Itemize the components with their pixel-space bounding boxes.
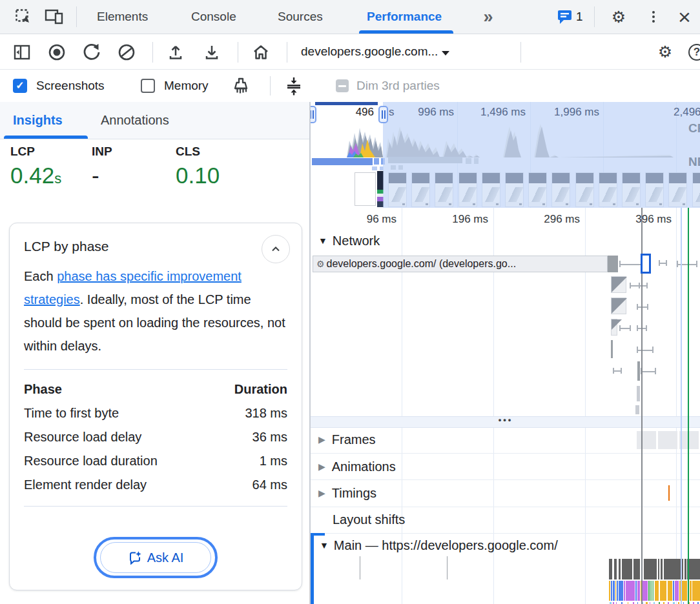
collapse-tracks-icon[interactable]: [283, 76, 305, 96]
flame-bar[interactable]: [619, 581, 623, 601]
dim-third-parties-checkbox[interactable]: [336, 79, 349, 92]
network-request-whisker[interactable]: [637, 347, 654, 353]
network-request-whisker[interactable]: [677, 261, 697, 267]
record-and-reload-icon[interactable]: [81, 43, 102, 62]
frame-thumbnail[interactable]: [637, 431, 656, 449]
network-section-header[interactable]: ▼Network: [318, 234, 380, 248]
main-section-header[interactable]: ▼Main — https://developers.google.com/: [320, 538, 558, 553]
network-request-whisker[interactable]: [619, 325, 631, 331]
home-icon[interactable]: [251, 43, 271, 62]
network-request-bar[interactable]: [635, 405, 639, 414]
flame-bar[interactable]: [619, 559, 621, 579]
inspect-element-icon[interactable]: [13, 8, 34, 26]
flame-bar[interactable]: [635, 581, 637, 601]
flame-bar[interactable]: [661, 559, 663, 579]
network-request-whisker[interactable]: [619, 261, 643, 267]
timings-section-header[interactable]: ▶Timings: [318, 486, 376, 501]
toggle-sidebar-icon[interactable]: [12, 43, 32, 62]
flame-bar[interactable]: [690, 581, 692, 601]
flame-bar[interactable]: [615, 581, 616, 601]
filmstrip-screenshot-blank[interactable]: [355, 172, 376, 206]
layout-shifts-section-header[interactable]: Layout shifts: [333, 512, 405, 527]
flame-bar[interactable]: [655, 581, 659, 601]
flame-bar[interactable]: [611, 581, 612, 601]
flame-bar[interactable]: [692, 581, 700, 601]
timeline-detail[interactable]: 96 ms196 ms296 ms396 ms ▼Network ⚙develo…: [311, 208, 700, 604]
device-toolbar-icon[interactable]: [43, 8, 66, 26]
selected-network-request[interactable]: [641, 254, 651, 274]
close-icon[interactable]: ×: [672, 4, 697, 30]
flame-bar[interactable]: [681, 581, 687, 601]
tab-annotations[interactable]: Annotations: [101, 102, 169, 139]
tab-console[interactable]: Console: [185, 0, 243, 34]
flame-bar[interactable]: [675, 581, 679, 601]
history-dropdown[interactable]: developers.google.com...: [301, 34, 449, 69]
clear-icon[interactable]: [116, 43, 137, 62]
timeline-overview[interactable]: 496s996 ms1,496 ms1,996 ms2,496 ms CPU N…: [311, 102, 700, 208]
memory-checkbox[interactable]: [141, 79, 155, 93]
network-request-whisker[interactable]: [659, 260, 667, 266]
network-request-whisker[interactable]: [637, 304, 648, 310]
flame-bar[interactable]: [682, 559, 683, 579]
collapse-card-button[interactable]: [262, 235, 290, 263]
network-request-bar[interactable]: [637, 361, 640, 381]
issues-icon[interactable]: [557, 9, 573, 25]
network-request-whisker[interactable]: [641, 368, 656, 374]
flame-bar[interactable]: [648, 581, 650, 601]
flame-bar[interactable]: [650, 581, 651, 601]
upload-profile-icon[interactable]: [165, 43, 186, 62]
frames-section-header[interactable]: ▶Frames: [318, 432, 376, 447]
issues-count[interactable]: 1: [576, 0, 583, 34]
flame-bar[interactable]: [673, 581, 674, 601]
ask-ai-button[interactable]: Ask AI: [100, 542, 211, 573]
tab-elements[interactable]: Elements: [90, 0, 154, 34]
window-right-handle[interactable]: [378, 106, 388, 123]
record-icon[interactable]: [46, 43, 67, 62]
flame-bar[interactable]: [660, 581, 666, 601]
animations-section-header[interactable]: ▶Animations: [318, 459, 396, 474]
flame-bar[interactable]: [617, 581, 618, 601]
frame-thumbnail[interactable]: [679, 431, 699, 449]
flame-bar[interactable]: [643, 581, 648, 601]
flame-bar[interactable]: [637, 581, 640, 601]
network-request-bar[interactable]: ⚙developers.google.com/ (developers.go..…: [313, 256, 608, 272]
capture-settings-gear-icon[interactable]: ⚙: [654, 41, 677, 62]
flame-bar[interactable]: [624, 581, 625, 601]
flame-bar[interactable]: [613, 581, 615, 601]
tab-sources[interactable]: Sources: [271, 0, 329, 34]
flame-bar[interactable]: [609, 581, 610, 601]
download-profile-icon[interactable]: [201, 43, 222, 62]
flame-bar[interactable]: [622, 559, 632, 579]
flame-bar[interactable]: [614, 559, 617, 579]
frame-thumbnail[interactable]: [658, 431, 677, 449]
flame-bar[interactable]: [668, 581, 672, 601]
flame-bar[interactable]: [652, 581, 652, 601]
help-icon[interactable]: ?: [687, 43, 700, 62]
flame-bar[interactable]: [609, 559, 612, 579]
flame-bar[interactable]: [633, 559, 640, 579]
network-request-tail[interactable]: [608, 256, 618, 272]
network-request-bar[interactable]: [637, 386, 640, 401]
screenshots-checkbox[interactable]: ✓: [13, 79, 27, 93]
window-left-handle[interactable]: [311, 106, 316, 123]
flame-bar[interactable]: [658, 559, 659, 579]
flame-bar[interactable]: [644, 559, 657, 579]
tab-performance[interactable]: Performance: [360, 0, 448, 34]
network-request-bar[interactable]: [611, 319, 617, 336]
network-request-whisker[interactable]: [639, 283, 648, 288]
network-request-bar[interactable]: [611, 276, 626, 293]
network-request-bar[interactable]: [611, 340, 613, 358]
flame-bar[interactable]: [653, 581, 654, 601]
more-tabs-icon[interactable]: »: [477, 5, 500, 28]
flame-bar[interactable]: [626, 581, 635, 601]
flame-bar[interactable]: [685, 559, 686, 579]
network-request-bar[interactable]: [611, 297, 626, 314]
kebab-menu-icon[interactable]: [647, 8, 660, 26]
detail-ruler-label: 196 ms: [427, 213, 488, 226]
settings-gear-icon[interactable]: ⚙: [607, 6, 630, 27]
flame-bar[interactable]: [687, 559, 700, 579]
flame-bar[interactable]: [664, 559, 681, 579]
garbage-collect-icon[interactable]: [230, 77, 252, 96]
tab-insights[interactable]: Insights: [13, 102, 63, 139]
network-request-whisker[interactable]: [613, 368, 622, 374]
